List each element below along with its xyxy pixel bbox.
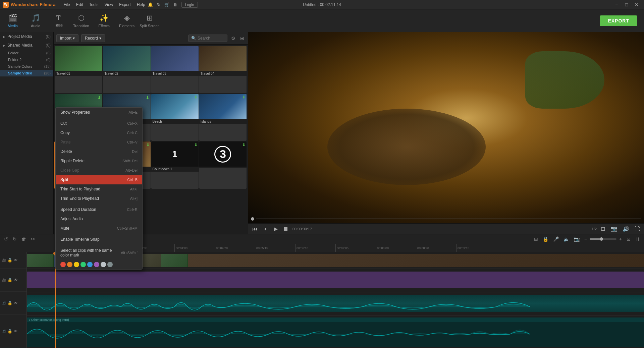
ctx-trim-start[interactable]: Trim Start to Playhead Alt+[	[56, 184, 142, 194]
tl-lock-button[interactable]: 🔒	[541, 236, 550, 242]
track-v2-lock[interactable]: 🔒	[7, 278, 12, 282]
login-button[interactable]: Login	[181, 2, 198, 8]
record-button[interactable]: Record ▾	[81, 34, 105, 42]
thumb-travel03[interactable]: Travel 03	[151, 46, 199, 93]
ctx-cut[interactable]: Cut Ctrl+X	[56, 119, 142, 128]
thumb-beach[interactable]: ⬇ Beach	[151, 94, 199, 141]
swatch-purple[interactable]	[94, 262, 99, 267]
toolbar-media[interactable]: 🎬 Media	[1, 10, 24, 31]
sample-colors-item[interactable]: Sample Colors (15)	[0, 63, 53, 70]
menu-view[interactable]: View	[102, 2, 116, 8]
swatch-light[interactable]	[101, 262, 106, 267]
toolbar-elements[interactable]: ◈ Elements	[115, 10, 138, 31]
audio-clip-1[interactable]	[27, 295, 644, 312]
toolbar-splitscreen[interactable]: ⊞ Split Screen	[138, 10, 161, 31]
ctx-ripple-delete[interactable]: Ripple Delete Shift+Del	[56, 156, 142, 166]
swatch-green[interactable]	[80, 262, 86, 267]
tl-fit-button[interactable]: ⊡	[625, 236, 632, 242]
swatch-blue[interactable]	[87, 262, 93, 267]
tl-undo-button[interactable]: ↺	[3, 236, 9, 242]
tl-zoom-out-button[interactable]: −	[583, 236, 588, 242]
bell-icon[interactable]: 🔔	[148, 2, 153, 7]
tl-zoom-in-button[interactable]: +	[618, 236, 623, 242]
toolbar-effects-label: Effects	[98, 24, 109, 28]
track-v2-eye[interactable]: 👁	[14, 278, 18, 282]
ctx-split[interactable]: Split Ctrl+B	[56, 175, 142, 184]
step-back-button[interactable]: ⏴	[262, 225, 270, 233]
track-v1-lock[interactable]: 🔒	[7, 258, 12, 263]
toolbar-audio[interactable]: 🎵 Audio	[24, 10, 47, 31]
toolbar-titles[interactable]: T Titles	[47, 10, 70, 31]
tl-speaker-button[interactable]: 🔈	[562, 236, 571, 242]
menu-export[interactable]: Export	[116, 2, 133, 8]
menu-edit[interactable]: Edit	[73, 2, 86, 8]
filter-button[interactable]: ⚙	[230, 35, 236, 42]
ctx-delete[interactable]: Delete Del	[56, 147, 142, 156]
toolbar-transition[interactable]: ⬡ Transition	[70, 10, 93, 31]
track-a1-lock[interactable]: 🔒	[7, 301, 12, 305]
thumb-travel04[interactable]: Travel 04	[199, 46, 247, 93]
tl-snap-button[interactable]: ⊟	[533, 236, 539, 242]
skip-back-button[interactable]: ⏮	[251, 225, 259, 233]
ctx-speed-duration[interactable]: Speed and Duration Ctrl+R	[56, 205, 142, 214]
search-input[interactable]	[198, 36, 224, 41]
project-media-header[interactable]: ▶ Project Media (0)	[0, 32, 53, 41]
track-a1-eye[interactable]: 👁	[14, 301, 18, 305]
ctx-copy[interactable]: Copy Ctrl+C	[56, 128, 142, 137]
ruler-mark-5: 00:05:15	[255, 244, 295, 252]
shared-media-header[interactable]: ▶ Shared Media (0)	[0, 41, 53, 50]
menu-file[interactable]: File	[61, 2, 72, 8]
ctx-adjust-audio[interactable]: Adjust Audio	[56, 214, 142, 224]
track-a2-lock[interactable]: 🔒	[7, 329, 12, 334]
folder-item[interactable]: Folder (0)	[0, 50, 53, 56]
audio-clip-2[interactable]: ♪ Other scenarios (Long Intro)	[27, 317, 644, 347]
thumb-travel02[interactable]: Travel 02	[103, 46, 150, 93]
preview-controls: ⏮ ⏴ ▶ ⏹ 00:00:00:17 1/2 ⊡ 📷 🔊 ⛶	[248, 223, 644, 234]
swatch-yellow[interactable]	[74, 262, 79, 267]
swatch-gray[interactable]	[107, 262, 113, 267]
tl-redo-button[interactable]: ↻	[11, 236, 18, 242]
minimize-button[interactable]: −	[612, 1, 621, 8]
ctx-close-gap[interactable]: Close Gap Alt+Del	[56, 166, 142, 175]
track-v1-eye[interactable]: 👁	[14, 258, 18, 263]
trash-icon[interactable]: 🗑	[173, 2, 177, 7]
video-clip-2[interactable]	[27, 272, 644, 288]
menu-tools[interactable]: Tools	[86, 2, 101, 8]
swatch-red[interactable]	[60, 262, 66, 267]
sample-video-item[interactable]: Sample Video (20)	[0, 70, 53, 76]
tl-cut-button[interactable]: ✂	[30, 236, 36, 242]
thumb-countdown3[interactable]: 3 ⬇	[199, 141, 247, 189]
tl-delete-button[interactable]: 🗑	[20, 236, 28, 242]
swatch-orange[interactable]	[67, 262, 72, 267]
search-box[interactable]: 🔍	[188, 35, 227, 42]
fit-screen-button[interactable]: ⊡	[599, 225, 606, 233]
ctx-trim-end[interactable]: Trim End to Playhead Alt+]	[56, 194, 142, 203]
stop-button[interactable]: ⏹	[282, 225, 290, 233]
folder2-item[interactable]: Folder 2 (0)	[0, 56, 53, 63]
maximize-button[interactable]: □	[622, 1, 631, 8]
ctx-show-properties[interactable]: Show Properties Alt+E	[56, 108, 142, 117]
tl-mic-button[interactable]: 🎤	[552, 236, 560, 242]
volume-button[interactable]: 🔊	[621, 225, 631, 233]
thumb-travel01[interactable]: Travel 01	[55, 46, 102, 93]
ctx-select-color[interactable]: Select all clips with the same color mar…	[56, 246, 142, 260]
export-button[interactable]: EXPORT	[600, 15, 637, 26]
thumb-countdown1[interactable]: 1 ⬇ Countdown 1	[151, 141, 199, 189]
fullscreen-button[interactable]: ⛶	[633, 225, 641, 233]
menu-help[interactable]: Help	[134, 2, 148, 8]
refresh-icon[interactable]: ↻	[157, 2, 160, 7]
cart-icon[interactable]: 🛒	[164, 2, 169, 7]
play-button[interactable]: ▶	[272, 225, 279, 233]
ctx-mute[interactable]: Mute Ctrl+Shift+M	[56, 224, 142, 233]
ctx-timeline-snap[interactable]: Enable Timeline Snap	[56, 235, 142, 244]
ctx-paste[interactable]: Paste Ctrl+V	[56, 137, 142, 147]
import-button[interactable]: Import ▾	[56, 34, 78, 42]
snapshot-button[interactable]: 📷	[609, 225, 619, 233]
track-a2-eye[interactable]: 👁	[14, 329, 18, 334]
close-button[interactable]: ✕	[632, 1, 641, 8]
view-toggle-button[interactable]: ⊞	[239, 35, 245, 42]
thumb-islands[interactable]: ⬇ Islands	[199, 94, 247, 141]
tl-pause-button[interactable]: ⏸	[634, 236, 641, 242]
tl-camera-button[interactable]: 📷	[573, 236, 581, 242]
toolbar-effects[interactable]: ✨ Effects	[93, 10, 115, 31]
